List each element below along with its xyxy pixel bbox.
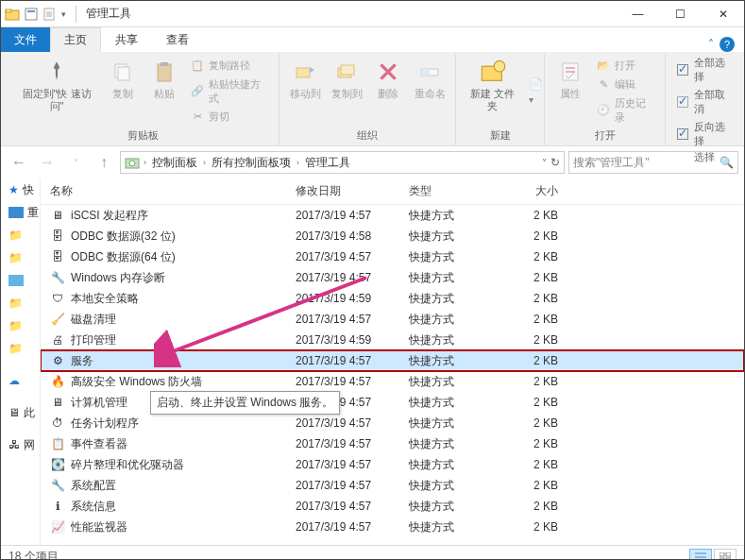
search-icon[interactable]: 🔍	[720, 156, 734, 169]
search-input[interactable]: 搜索"管理工具" 🔍	[568, 151, 738, 174]
selectall-icon	[675, 62, 690, 77]
list-item[interactable]: 🖨打印管理2017/3/19 4:59快捷方式2 KB	[41, 330, 744, 350]
refresh-icon[interactable]: ↻	[550, 156, 560, 169]
list-item[interactable]: 📈性能监视器2017/3/19 4:57快捷方式2 KB	[41, 517, 744, 537]
nav-item[interactable]: 重	[1, 201, 40, 224]
tab-home[interactable]: 主页	[50, 27, 101, 52]
tab-share[interactable]: 共享	[101, 27, 152, 52]
list-item[interactable]: ⚙服务2017/3/19 4:57快捷方式2 KB	[41, 350, 744, 371]
nav-quickaccess[interactable]: ★快	[1, 178, 40, 201]
new-access-icon[interactable]: ▾	[529, 94, 534, 105]
selectall-button[interactable]: 全部选择	[675, 56, 735, 84]
minimize-button[interactable]: —	[617, 1, 659, 27]
tab-file[interactable]: 文件	[1, 27, 50, 52]
list-item[interactable]: ℹ系统信息2017/3/19 4:57快捷方式2 KB	[41, 496, 744, 517]
collapse-ribbon-icon[interactable]: ˄	[708, 38, 714, 51]
list-item[interactable]: 🖥iSCSI 发起程序2017/3/19 4:57快捷方式2 KB	[41, 205, 744, 226]
details-view-button[interactable]	[689, 549, 712, 561]
cut-button[interactable]: ✂剪切	[190, 110, 269, 125]
newfolder-button[interactable]: 新建 文件夹	[462, 56, 523, 127]
history-button[interactable]: 🕘历史记录	[596, 96, 655, 125]
tab-view[interactable]: 查看	[152, 27, 203, 52]
item-date: 2017/3/19 4:59	[286, 292, 399, 305]
list-item[interactable]: 🔧系统配置2017/3/19 4:57快捷方式2 KB	[41, 475, 744, 496]
edit-button[interactable]: ✎编辑	[596, 77, 655, 93]
copy-icon	[109, 58, 137, 86]
item-name: 高级安全 Windows 防火墙	[71, 374, 202, 390]
new-item-icon[interactable]: 📄	[529, 77, 534, 91]
list-item[interactable]: 🗄ODBC 数据源(32 位)2017/3/19 4:58快捷方式2 KB	[41, 226, 744, 246]
breadcrumb-seg[interactable]: 管理工具	[303, 155, 352, 171]
nav-item[interactable]: 📁	[1, 292, 40, 314]
col-size[interactable]: 大小	[503, 183, 569, 199]
pin-quickaccess-button[interactable]: 固定到"快 速访问"	[12, 56, 101, 127]
recent-dropdown[interactable]: ˅	[63, 150, 88, 175]
breadcrumb-seg[interactable]: 控制面板	[150, 155, 199, 171]
nav-item[interactable]: 📁	[1, 224, 40, 246]
list-item[interactable]: 📋事件查看器2017/3/19 4:57快捷方式2 KB	[41, 433, 744, 454]
nav-item[interactable]: 📁	[1, 246, 40, 269]
item-date: 2017/3/19 4:57	[286, 250, 399, 263]
up-button[interactable]: ↑	[92, 150, 116, 175]
nav-item[interactable]	[1, 269, 40, 292]
pastelnk-button[interactable]: 🔗粘贴快捷方式	[190, 77, 269, 106]
item-date: 2017/3/19 4:57	[286, 500, 399, 513]
item-name: 事件查看器	[71, 436, 127, 452]
qat-dropdown-icon[interactable]	[42, 7, 58, 22]
list-item[interactable]: 🖥计算机管理2017/3/19 4:57快捷方式2 KB	[41, 392, 744, 413]
list-item[interactable]: 🗄ODBC 数据源(64 位)2017/3/19 4:57快捷方式2 KB	[41, 246, 744, 267]
copy-button[interactable]: 复制	[103, 56, 143, 127]
shortcut-icon: 📈	[50, 519, 65, 535]
nav-thispc[interactable]: 🖥此	[1, 401, 40, 424]
chevron-icon[interactable]: ›	[295, 158, 301, 167]
chevron-icon[interactable]: ›	[201, 158, 208, 167]
maximize-button[interactable]: ☐	[659, 1, 702, 27]
list-item[interactable]: 💽碎片整理和优化驱动器2017/3/19 4:57快捷方式2 KB	[41, 454, 744, 475]
item-type: 快捷方式	[399, 436, 503, 452]
address-dropdown-icon[interactable]: ˅	[542, 158, 547, 168]
list-item[interactable]: 🔥高级安全 Windows 防火墙2017/3/19 4:57快捷方式2 KB	[41, 371, 744, 392]
delete-button[interactable]: 删除	[368, 56, 408, 127]
col-name[interactable]: 名称	[41, 183, 286, 199]
help-icon[interactable]: ?	[720, 37, 735, 52]
forward-button[interactable]: →	[35, 150, 59, 175]
selectinv-button[interactable]: 反向选择	[675, 120, 735, 148]
item-date: 2017/3/19 4:57	[286, 520, 399, 534]
moveto-button[interactable]: 移动到	[285, 56, 325, 127]
item-size: 2 KB	[503, 479, 569, 492]
list-item[interactable]: 🧹磁盘清理2017/3/19 4:57快捷方式2 KB	[41, 309, 744, 330]
qat-chevron-icon[interactable]: ▾	[61, 9, 66, 19]
shortcut-icon: 🗄	[50, 229, 65, 244]
item-date: 2017/3/19 4:57	[286, 354, 399, 367]
col-type[interactable]: 类型	[399, 183, 503, 199]
location-icon	[125, 155, 140, 170]
back-button[interactable]: ←	[7, 150, 31, 175]
item-date: 2017/3/19 4:57	[286, 375, 399, 388]
col-date[interactable]: 修改日期	[286, 183, 399, 199]
nav-item[interactable]: 📁	[1, 337, 40, 360]
chevron-icon[interactable]: ›	[142, 158, 148, 167]
props-qat-icon[interactable]	[24, 7, 39, 22]
item-size: 2 KB	[503, 458, 569, 471]
copyto-button[interactable]: 复制到	[327, 56, 366, 127]
nav-onedrive[interactable]: ☁	[1, 369, 40, 392]
nav-network[interactable]: 🖧网	[1, 433, 40, 456]
item-size: 2 KB	[503, 229, 569, 243]
list-item[interactable]: 🔧Windows 内存诊断2017/3/19 4:57快捷方式2 KB	[41, 267, 744, 288]
list-item[interactable]: ⏱任务计划程序2017/3/19 4:57快捷方式2 KB	[41, 413, 744, 433]
copypath-button[interactable]: 📋复制路径	[190, 59, 269, 74]
properties-button[interactable]: 属性	[550, 56, 590, 127]
breadcrumb-seg[interactable]: 所有控制面板项	[210, 155, 293, 171]
nav-pane[interactable]: ★快 重 📁 📁 📁 📁 📁 ☁ 🖥此 🖧网	[1, 178, 41, 545]
address-bar[interactable]: › 控制面板 › 所有控制面板项 › 管理工具 ˅ ↻	[120, 151, 565, 174]
nav-item[interactable]: 📁	[1, 314, 40, 337]
open-button[interactable]: 📂打开	[596, 59, 655, 74]
content-area: ★快 重 📁 📁 📁 📁 📁 ☁ 🖥此 🖧网 名称 修改日期 类型 大小 🖥iS…	[1, 178, 744, 545]
svg-rect-13	[421, 69, 430, 76]
close-button[interactable]: ✕	[702, 1, 744, 27]
icons-view-button[interactable]	[714, 549, 737, 561]
list-item[interactable]: 🛡本地安全策略2017/3/19 4:59快捷方式2 KB	[41, 288, 744, 309]
selectnone-button[interactable]: 全部取消	[675, 88, 735, 116]
paste-button[interactable]: 粘贴	[144, 56, 184, 127]
rename-button[interactable]: 重命名	[410, 56, 449, 127]
